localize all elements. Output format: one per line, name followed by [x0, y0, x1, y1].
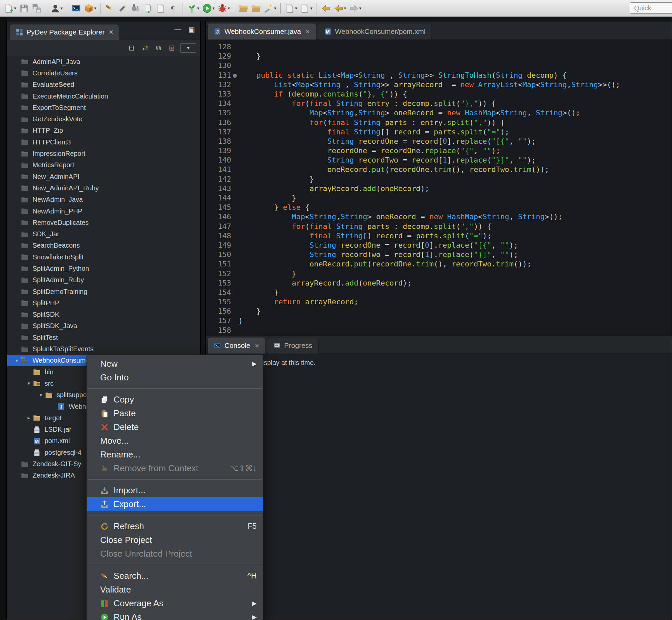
code-line-139[interactable]: 139 recordOne = recordOne.replace("{", "… — [206, 146, 672, 155]
menu-item-paste[interactable]: Paste — [87, 407, 263, 420]
tree-item-executemetriccalculation[interactable]: ExecuteMetricCalculation — [7, 91, 200, 102]
collapse-all-icon[interactable]: ⊟ — [127, 44, 137, 52]
menu-item-go-into[interactable]: Go Into — [87, 371, 263, 384]
line-number[interactable]: 153 — [206, 278, 231, 288]
menu-item-search[interactable]: Search...^H — [87, 569, 263, 583]
code-line-149[interactable]: 149 String recordOne = record[0].replace… — [206, 241, 672, 250]
code-line-152[interactable]: 152 } — [206, 269, 672, 278]
code-line-128[interactable]: 128 — [206, 42, 672, 52]
menu-item-export[interactable]: Export... — [87, 497, 263, 511]
forward-button[interactable]: ▾ — [348, 2, 362, 15]
dropdown-caret-icon[interactable]: ▾ — [212, 6, 215, 11]
menu-item-delete[interactable]: Delete — [87, 420, 263, 434]
line-number[interactable]: 156 — [206, 307, 231, 316]
line-number[interactable]: 155 — [206, 297, 231, 307]
close-tab-icon[interactable]: × — [305, 28, 310, 36]
open-resource-button[interactable] — [250, 2, 262, 15]
filter-icon[interactable]: ⊞ — [167, 44, 177, 52]
editor-tab-webhookconsumer-pom-xml[interactable]: MWebhookConsumer/pom.xml — [318, 23, 432, 40]
menu-item-coverage-as[interactable]: Coverage As▶ — [87, 597, 263, 610]
tree-item-splitadmin-python[interactable]: SplitAdmin_Python — [7, 263, 200, 274]
dropdown-caret-icon[interactable]: ▾ — [310, 6, 313, 11]
open-folder-button[interactable] — [237, 2, 249, 15]
line-number[interactable]: 139 — [206, 146, 231, 155]
code-line-147[interactable]: 147 for(final String parts : decomp.spli… — [206, 222, 672, 231]
tree-item-splunktosplitevents[interactable]: SplunkToSplitEvents — [7, 343, 200, 355]
tree-item-removeduplicates[interactable]: RemoveDuplicates — [7, 217, 200, 228]
tree-item-splittest[interactable]: SplitTest — [7, 332, 200, 343]
code-line-140[interactable]: 140 String recordTwo = record[1].replace… — [206, 155, 672, 165]
line-number[interactable]: 130 — [206, 61, 231, 70]
tree-item-splitphp[interactable]: SplitPHP — [7, 297, 200, 309]
console-tab-console[interactable]: Console× — [207, 337, 265, 354]
debug-button[interactable]: ▾ — [186, 2, 201, 15]
new-java-project-button[interactable]: ▾ — [83, 2, 98, 15]
line-number[interactable]: 146 — [206, 212, 231, 221]
tree-item-exporttosegment[interactable]: ExportToSegment — [7, 102, 200, 113]
menu-item-refresh[interactable]: RefreshF5 — [87, 519, 263, 533]
tree-item-searchbeacons[interactable]: SearchBeacons — [7, 240, 200, 251]
view-menu-icon[interactable]: ▾ — [180, 43, 196, 53]
code-line-142[interactable]: 142 } — [206, 174, 672, 184]
line-number[interactable]: 131 — [206, 71, 231, 80]
tree-item-sdk-jar[interactable]: SDK_Jar — [7, 228, 200, 240]
line-number[interactable]: 147 — [206, 222, 231, 231]
tree-item-metricsreport[interactable]: MetricsReport — [7, 159, 200, 171]
menu-item-run-as[interactable]: Run As▶ — [87, 610, 263, 620]
tree-item-splitdemotraining[interactable]: SplitDemoTraining — [7, 286, 200, 297]
tree-item-adminapi-java[interactable]: AdminAPI_Java — [7, 56, 200, 67]
code-line-145[interactable]: 145 } else { — [206, 203, 672, 212]
code-line-157[interactable]: 157} — [206, 316, 672, 325]
new-file-button[interactable] — [155, 2, 167, 15]
expand-collapse-icon[interactable]: ▸ — [25, 415, 33, 421]
link-with-editor-icon[interactable]: ⇄ — [140, 44, 150, 52]
line-number[interactable]: 145 — [206, 203, 231, 212]
line-number[interactable]: 128 — [206, 42, 231, 52]
tree-item-splitadmin-ruby[interactable]: SplitAdmin_Ruby — [7, 274, 200, 286]
dropdown-caret-icon[interactable]: ▾ — [359, 6, 361, 11]
tree-item-new-adminapi[interactable]: New_AdminAPI — [7, 171, 200, 182]
line-number[interactable]: 134 — [206, 99, 231, 108]
maximize-button[interactable]: ▣ — [188, 25, 195, 34]
tree-item-http-zip[interactable]: HTTP_Zip — [7, 125, 200, 137]
code-line-144[interactable]: 144 } — [206, 193, 672, 203]
dropdown-caret-icon[interactable]: ▾ — [344, 6, 346, 11]
expand-collapse-icon[interactable]: ▾ — [25, 380, 33, 386]
tree-item-snowflaketosplit[interactable]: SnowflakeToSplit — [7, 251, 200, 263]
code-line-155[interactable]: 155 return arrayRecord; — [206, 297, 672, 307]
code-line-141[interactable]: 141 oneRecord.put(recordOne.trim(), reco… — [206, 165, 672, 174]
show-whitespace-button[interactable]: ¶ — [168, 2, 179, 15]
line-number[interactable]: 158 — [206, 326, 231, 335]
dropdown-caret-icon[interactable]: ▾ — [197, 6, 200, 11]
line-number[interactable]: 142 — [206, 174, 231, 184]
line-number[interactable]: 154 — [206, 288, 231, 297]
line-number[interactable]: 151 — [206, 259, 231, 269]
editor-tab-webhookconsumer-java[interactable]: JWebhookConsumer.java× — [207, 23, 316, 40]
code-line-148[interactable]: 148 final String[] record = parts.split(… — [206, 231, 672, 241]
new-button[interactable]: ▾ — [3, 2, 17, 15]
line-number[interactable]: 149 — [206, 241, 231, 250]
save-all-button[interactable] — [31, 2, 43, 15]
quick-access-input[interactable]: Quick — [630, 2, 672, 14]
code-line-154[interactable]: 154 } — [206, 288, 672, 297]
code-line-130[interactable]: 130 — [206, 61, 672, 70]
tree-item-impressionreport[interactable]: ImpressionReport — [7, 148, 200, 159]
code-editor[interactable]: 128129 }130131 public static List<Map<St… — [206, 40, 672, 335]
close-tab-icon[interactable]: × — [255, 342, 259, 350]
tree-item-httpclient3[interactable]: HTTPClient3 — [7, 137, 200, 148]
code-line-132[interactable]: 132 List<Map<String , String>> arrayReco… — [206, 80, 672, 90]
menu-item-import[interactable]: Import... — [87, 483, 263, 497]
menu-item-new[interactable]: New▶ — [87, 357, 263, 371]
tree-item-newadmin-php[interactable]: NewAdmin_PHP — [7, 205, 200, 217]
expand-collapse-icon[interactable]: ▾ — [13, 358, 21, 364]
dropdown-caret-icon[interactable]: ▾ — [274, 6, 276, 11]
search-flashlight-button[interactable] — [104, 2, 116, 15]
run-button[interactable]: ▾ — [201, 2, 216, 15]
back-history-button[interactable]: ▾ — [333, 2, 347, 15]
code-line-138[interactable]: 138 String recordOne = record[0].replace… — [206, 137, 672, 146]
last-edit-button[interactable]: ▾ — [284, 2, 298, 15]
code-line-146[interactable]: 146 Map<String,String> oneRecord = new H… — [206, 212, 672, 221]
code-line-136[interactable]: 136 for(final String parts : entry.split… — [206, 118, 672, 127]
quick-fix-button[interactable]: ▾ — [263, 2, 277, 15]
line-number[interactable]: 143 — [206, 184, 231, 193]
